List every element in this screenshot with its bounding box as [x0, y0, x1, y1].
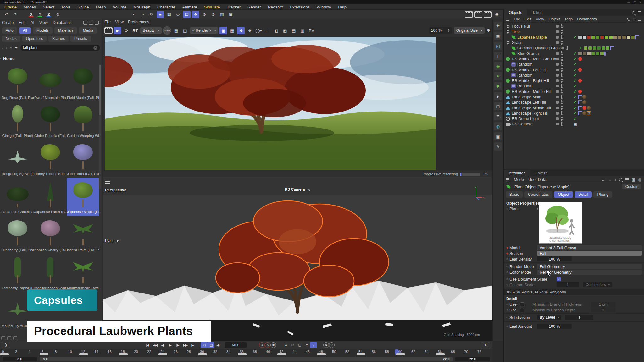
object-row[interactable]: RS Matrix - Left Hill: [504, 67, 644, 72]
object-name[interactable]: Japanese Maple: [517, 35, 547, 40]
layer-chip[interactable]: [556, 58, 559, 60]
filter-pill[interactable]: Auto: [2, 27, 17, 34]
object-row[interactable]: RS Matrix - Main Ground: [504, 56, 644, 62]
timeline-frame[interactable]: 34: [226, 349, 240, 356]
layer-chip[interactable]: [562, 47, 564, 49]
keyframe-marker[interactable]: [40, 353, 48, 355]
plant-item[interactable]: Dog-Rose (Fall, Plant): [1, 64, 34, 102]
render-mode-dropdown[interactable]: Beauty▾: [140, 27, 162, 34]
menu-item[interactable]: Select: [43, 5, 54, 9]
timeline-frame[interactable]: 62: [411, 349, 425, 356]
text-tool-icon[interactable]: T: [494, 52, 502, 60]
timeline-frame[interactable]: 60: [398, 349, 411, 356]
flag-tag-icon[interactable]: [578, 95, 582, 99]
timeline-frame[interactable]: 30: [200, 349, 213, 356]
object-home-icon[interactable]: ⌂: [633, 17, 635, 21]
object-name[interactable]: Common Quaking Grass: [517, 46, 562, 50]
object-name[interactable]: Random: [517, 73, 532, 78]
enabled-check-icon[interactable]: [572, 106, 578, 110]
menu-item[interactable]: Redshift: [268, 5, 283, 9]
panel-options-icon[interactable]: [95, 21, 99, 25]
enabled-check-icon[interactable]: [572, 95, 578, 99]
camera-tool-icon[interactable]: ▣: [494, 132, 502, 140]
timeline-frame[interactable]: 10: [68, 349, 81, 356]
object-tags[interactable]: [578, 35, 644, 39]
gear-icon[interactable]: ✱: [486, 28, 491, 33]
key-scale-icon[interactable]: ▢: [296, 342, 303, 348]
chip-tag-icon[interactable]: [587, 35, 591, 39]
timeline-frame[interactable]: 0: [2, 349, 15, 356]
toolbar-icon[interactable]: ⊘: [209, 11, 217, 18]
object-name[interactable]: Landscape Middle Hill: [512, 106, 551, 110]
clear-search-icon[interactable]: ✕: [93, 46, 97, 50]
range-slider[interactable]: 0 F 72 F: [40, 357, 453, 361]
keyframe-marker[interactable]: [158, 353, 167, 355]
visibility-dots[interactable]: [560, 111, 563, 115]
loop-icon[interactable]: ⟲: [201, 342, 208, 348]
keyframe-marker[interactable]: [119, 353, 128, 355]
toolbar-icon[interactable]: ■: [157, 11, 164, 18]
forward-icon[interactable]: ›: [6, 46, 7, 50]
attr-search-icon[interactable]: [619, 178, 622, 181]
plant-item[interactable]: Japanese Larch (Fall, Pl...: [34, 178, 67, 216]
history-forward-icon[interactable]: →: [608, 178, 612, 182]
lock-icon[interactable]: ▣: [632, 178, 635, 182]
viewport-menu-icon[interactable]: [105, 180, 110, 184]
use-document-scale-checkbox[interactable]: ✓: [557, 277, 561, 281]
chip-tag-icon[interactable]: [622, 35, 626, 39]
visibility-dots[interactable]: [560, 122, 563, 126]
footer-icon-1[interactable]: [1, 336, 5, 340]
enabled-check-icon[interactable]: [572, 84, 578, 88]
toolbar-icon[interactable]: ◇: [174, 11, 182, 18]
object-tags[interactable]: [578, 79, 644, 83]
filter-pill[interactable]: Materials: [54, 27, 77, 34]
timeline-frame[interactable]: 36: [240, 349, 253, 356]
render-view-icon[interactable]: [465, 11, 473, 18]
chip-tag-icon[interactable]: [600, 52, 604, 56]
layer-chip[interactable]: [556, 107, 559, 109]
chip-tag-icon[interactable]: [596, 35, 600, 39]
objects-menu-item[interactable]: Object: [549, 17, 560, 21]
plant-item[interactable]: Kanzan Cherry (Fall, Pl...: [34, 216, 67, 254]
model-dropdown[interactable]: Variant 3 Full-Grown: [537, 245, 642, 250]
timeline-frame[interactable]: 28: [187, 349, 200, 356]
object-name[interactable]: Tree: [512, 29, 520, 34]
layer-chip[interactable]: [556, 96, 559, 98]
timeline-frame[interactable]: 40: [266, 349, 279, 356]
chip-tag-icon[interactable]: [587, 52, 591, 56]
toolbar-icon[interactable]: ▣: [227, 11, 235, 18]
chip-tag-icon[interactable]: [626, 35, 630, 39]
filter-pill[interactable]: Operators: [22, 36, 47, 42]
rs-tag-icon[interactable]: [578, 79, 582, 83]
perspective-viewport[interactable]: Perspective RS Camera ◎ Place ➤ Grid Spa…: [103, 177, 492, 341]
editor-mode-dropdown[interactable]: Render Geometry: [537, 270, 642, 275]
flag-tag-icon[interactable]: [578, 100, 582, 104]
axis-lock-button[interactable]: X: [27, 11, 35, 18]
redo-icon[interactable]: ↷: [11, 11, 19, 18]
zoom-field[interactable]: 100 %▲▼: [429, 27, 452, 34]
visibility-dots[interactable]: [560, 73, 563, 77]
visibility-dots[interactable]: [560, 100, 563, 105]
chip-tag-icon[interactable]: [591, 52, 595, 56]
object-tags[interactable]: [578, 95, 644, 99]
object-row[interactable]: Blue Grama: [504, 51, 644, 56]
object-filter-icon[interactable]: [638, 18, 641, 21]
attribute-tab-pill[interactable]: Basic: [506, 191, 523, 198]
plant-item[interactable]: Hedgehog Agave (Fall...: [1, 140, 34, 178]
leaf-density-field[interactable]: 100 %: [537, 256, 572, 261]
sphere-tag-icon[interactable]: [582, 95, 586, 99]
object-tags[interactable]: [578, 52, 644, 56]
object-tags[interactable]: [578, 100, 644, 104]
footer-icon-2[interactable]: [7, 336, 11, 340]
timeline-frame[interactable]: 46: [306, 349, 319, 356]
timeline-frame[interactable]: 24: [160, 349, 174, 356]
undo-icon[interactable]: ↶: [3, 11, 10, 18]
rs-tag-icon[interactable]: [578, 90, 582, 94]
render-target-dropdown[interactable]: < Render >▾: [190, 27, 219, 34]
deformer-icon[interactable]: ✱: [494, 82, 502, 90]
timeline-frame[interactable]: 4: [28, 349, 42, 356]
axis-lock-button[interactable]: Y: [36, 11, 44, 18]
timeline-frame[interactable]: 56: [372, 349, 385, 356]
timeline-frame[interactable]: 16: [108, 349, 121, 356]
timeline-frame[interactable]: 20: [134, 349, 147, 356]
